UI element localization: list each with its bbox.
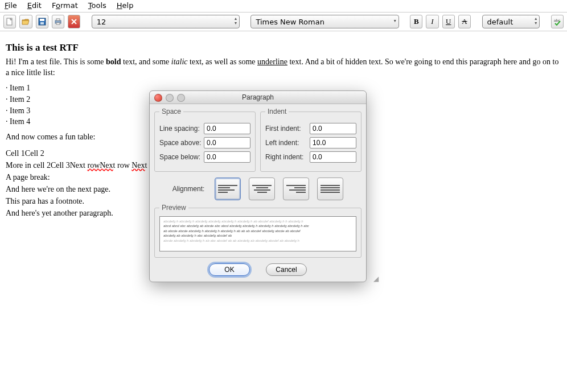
open-button[interactable] (19, 15, 32, 28)
first-indent-label: First indent: (265, 125, 301, 133)
alignment-label: Alignment: (172, 185, 205, 193)
menu-edit[interactable]: Edit (27, 1, 42, 10)
svg-rect-5 (56, 19, 60, 20)
space-group: Space Line spacing: Space above: Space b… (154, 108, 256, 172)
line-spacing-label: Line spacing: (159, 125, 200, 133)
line-spacing-input[interactable] (204, 123, 250, 134)
menu-tools[interactable]: Tools (88, 1, 106, 10)
indent-legend: Indent (265, 108, 289, 115)
new-doc-icon (6, 18, 14, 26)
preview-box: abcdefg h abcdefg h abcdefg abcdefg abcd… (159, 216, 356, 251)
font-family-combo[interactable]: Times New Roman ▾ (250, 15, 398, 28)
left-indent-label: Left indent: (265, 139, 299, 147)
left-indent-input[interactable] (310, 137, 356, 148)
svg-rect-3 (40, 22, 44, 24)
dialog-titlebar[interactable]: Paragraph (150, 91, 366, 104)
menu-format[interactable]: Format (52, 1, 78, 10)
align-left-button[interactable] (215, 178, 241, 200)
style-value: default (487, 18, 513, 26)
ok-button[interactable]: OK (209, 263, 250, 276)
font-size-value: 12 (97, 18, 106, 26)
doc-intro: Hi! I'm a test file. This is some bold t… (6, 57, 561, 79)
space-below-input[interactable] (204, 151, 250, 163)
first-indent-input[interactable] (310, 123, 356, 134)
font-size-combo[interactable]: 12 ▴▾ (92, 15, 240, 28)
spellcheck-icon: abc (553, 18, 561, 26)
right-indent-label: Right indent: (265, 153, 303, 161)
menu-file[interactable]: File (5, 1, 17, 10)
resize-grip-icon[interactable]: ◢ (373, 275, 380, 282)
save-button[interactable] (36, 15, 48, 28)
space-below-label: Space below: (159, 153, 200, 161)
bold-button[interactable]: B (410, 15, 422, 28)
printer-icon (54, 18, 62, 26)
spellcheck-button[interactable]: abc (551, 15, 564, 28)
window-close-button[interactable] (154, 94, 162, 102)
chevron-updown-icon: ▴▾ (535, 16, 537, 26)
cancel-button[interactable]: Cancel (266, 263, 307, 276)
preview-group: Preview abcdefg h abcdefg h abcdefg abcd… (154, 204, 361, 258)
strike-button[interactable]: A (458, 15, 471, 28)
print-button[interactable] (52, 15, 64, 28)
right-indent-input[interactable] (310, 151, 356, 163)
indent-group: Indent First indent: Left indent: Right … (260, 108, 361, 172)
space-above-label: Space above: (159, 139, 201, 147)
floppy-icon (38, 18, 46, 26)
close-x-icon (70, 18, 78, 26)
style-combo[interactable]: default ▴▾ (482, 15, 540, 28)
space-legend: Space (159, 108, 183, 115)
new-doc-button[interactable] (3, 15, 16, 28)
menu-bar: File Edit Format Tools Help (0, 0, 567, 13)
folder-open-icon (22, 18, 30, 26)
svg-rect-6 (56, 23, 60, 24)
window-minimize-button (166, 94, 174, 102)
doc-heading: This is a test RTF (6, 42, 561, 55)
close-doc-button[interactable] (68, 15, 80, 28)
svg-rect-2 (40, 19, 44, 21)
align-center-button[interactable] (249, 178, 275, 200)
chevron-updown-icon: ▴▾ (235, 16, 237, 26)
paragraph-dialog: Paragraph Space Line spacing: Space abov… (149, 90, 367, 282)
preview-legend: Preview (159, 204, 188, 212)
window-zoom-button (177, 94, 185, 102)
menu-help[interactable]: Help (117, 1, 134, 10)
font-family-value: Times New Roman (256, 18, 324, 26)
chevron-down-icon: ▾ (394, 19, 396, 23)
italic-button[interactable]: I (426, 15, 438, 28)
space-above-input[interactable] (204, 137, 250, 148)
align-right-button[interactable] (283, 178, 309, 200)
align-justify-button[interactable] (317, 178, 343, 200)
underline-button[interactable]: U (442, 15, 455, 28)
alignment-row: Alignment: (154, 178, 361, 200)
toolbar: 12 ▴▾ Times New Roman ▾ B I U A default … (0, 13, 567, 31)
